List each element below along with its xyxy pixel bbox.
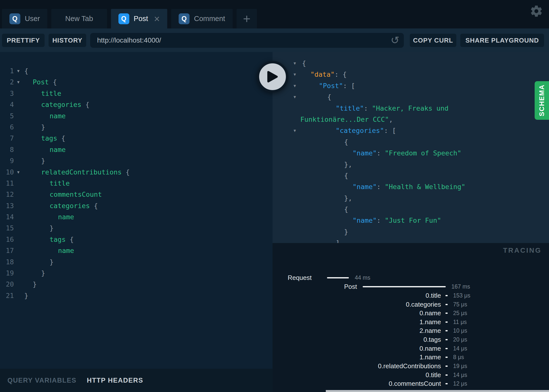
copy-curl-button[interactable]: COPY CURL xyxy=(410,34,456,47)
query-code: } xyxy=(23,290,273,301)
token-punct: : xyxy=(377,183,385,191)
fold-spacer xyxy=(14,155,23,166)
fold-spacer xyxy=(14,110,23,122)
query-code: title xyxy=(23,178,273,189)
response-line: { xyxy=(273,170,549,181)
query-code: tags { xyxy=(23,234,273,245)
response-line: "name": "Freedom of Speech" xyxy=(273,147,549,159)
settings-gear-icon[interactable] xyxy=(530,4,543,18)
line-number: 15 xyxy=(0,222,14,234)
line-number: 8 xyxy=(0,144,14,155)
token-field: categories xyxy=(41,101,82,108)
line-number: 9 xyxy=(0,155,14,166)
token-punct: ] xyxy=(336,239,340,243)
new-tab-button[interactable]: + xyxy=(237,9,257,28)
token-punct: : xyxy=(364,104,372,112)
fold-arrow-icon[interactable]: ▾ xyxy=(14,65,23,76)
token-brace: } xyxy=(33,280,37,288)
tab-comment[interactable]: QComment xyxy=(171,9,233,28)
token-key: "Post" xyxy=(319,82,343,90)
token-brace: } xyxy=(41,269,45,277)
response-code: "data": { xyxy=(273,69,549,80)
response-line: ▾"categories": [ xyxy=(273,125,549,136)
tab-new-tab[interactable]: New Tab xyxy=(51,9,107,28)
line-number: 17 xyxy=(0,245,14,256)
tracing-panel[interactable]: TRACING Request44 msPost167 ms0.title153… xyxy=(273,243,549,392)
token-brace: } xyxy=(50,224,54,232)
tracing-row: 0.name25 μs xyxy=(273,309,549,318)
token-brace: { xyxy=(57,134,65,142)
response-pane[interactable]: ▾{▾"data": {▾"Post": [▾{"title": "Hacker… xyxy=(273,52,549,243)
query-editor[interactable]: 1▾{2▾Post {3title4categories {5name6}7ta… xyxy=(0,52,273,369)
token-str: "Just For Fun" xyxy=(385,217,441,224)
graphql-playground-window: QUserNew TabQPost×QComment+ PRETTIFY HIS… xyxy=(0,0,549,392)
tracing-resolver-label: Request xyxy=(288,273,312,282)
response-code: { xyxy=(273,170,549,181)
response-code: { xyxy=(273,204,549,215)
fold-spacer xyxy=(14,133,23,144)
execute-query-button[interactable] xyxy=(257,61,288,93)
tracing-row: 0.name14 μs xyxy=(273,344,549,353)
fold-arrow-icon[interactable]: ▾ xyxy=(294,125,296,136)
query-code: name xyxy=(23,110,273,122)
response-line: ▾{ xyxy=(273,91,549,102)
tab-user[interactable]: QUser xyxy=(2,9,47,28)
token-punct: : { xyxy=(335,71,347,78)
tracing-duration-text: 11 μs xyxy=(453,318,467,326)
horizontal-scrollbar[interactable] xyxy=(326,390,549,392)
query-code: title xyxy=(23,88,273,99)
prettify-button[interactable]: PRETTIFY xyxy=(2,34,45,47)
tracing-resolver-label: 0.categories xyxy=(406,300,441,309)
tracing-row: 0.commentsCount12 μs xyxy=(273,379,549,388)
token-brace: } xyxy=(41,157,45,165)
token-field: Post xyxy=(33,78,49,86)
fold-arrow-icon[interactable]: ▾ xyxy=(294,91,296,102)
share-playground-button[interactable]: SHARE PLAYGROUND xyxy=(460,34,544,47)
response-line: ] xyxy=(273,237,549,243)
fold-spacer xyxy=(14,189,23,200)
tracing-title: TRACING xyxy=(503,246,542,254)
tracing-duration-text: 153 μs xyxy=(453,291,470,300)
query-variables-tab[interactable]: QUERY VARIABLES xyxy=(7,377,77,384)
query-code: { xyxy=(23,65,273,76)
tracing-row: 0.categories75 μs xyxy=(273,300,549,309)
tracing-duration-bar xyxy=(445,321,448,323)
query-code: } xyxy=(23,155,273,166)
line-number: 3 xyxy=(0,88,14,99)
endpoint-url-input[interactable] xyxy=(90,33,404,48)
response-code: { xyxy=(273,91,549,102)
fold-spacer xyxy=(14,256,23,268)
http-headers-tab[interactable]: HTTP HEADERS xyxy=(87,377,143,384)
line-number: 21 xyxy=(0,290,14,301)
token-field: name xyxy=(50,146,66,153)
token-key: "name" xyxy=(353,149,377,157)
fold-arrow-icon[interactable]: ▾ xyxy=(14,76,23,88)
line-number: 20 xyxy=(0,279,14,290)
close-tab-icon[interactable]: × xyxy=(154,14,160,24)
response-line: "name": "Health & Wellbeing" xyxy=(273,181,549,192)
fold-arrow-icon[interactable]: ▾ xyxy=(294,58,296,69)
token-brace: { xyxy=(122,168,130,176)
query-line: 11title xyxy=(0,178,273,189)
tab-post[interactable]: QPost× xyxy=(111,9,167,28)
fold-arrow-icon[interactable]: ▾ xyxy=(14,167,23,178)
token-str: "Health & Wellbeing" xyxy=(385,183,465,191)
tracing-resolver-label: 1.name xyxy=(419,318,441,326)
schema-tab[interactable]: SCHEMA xyxy=(535,81,549,120)
query-line: 8name xyxy=(0,144,273,155)
tracing-duration-bar xyxy=(445,366,448,367)
query-line: 13categories { xyxy=(0,200,273,211)
fold-arrow-icon[interactable]: ▾ xyxy=(294,69,296,80)
tracing-duration-bar xyxy=(327,277,349,278)
history-button[interactable]: HISTORY xyxy=(49,34,86,47)
toolbar: PRETTIFY HISTORY ↺ COPY CURL SHARE PLAYG… xyxy=(0,28,549,52)
line-number: 1 xyxy=(0,65,14,76)
token-punct: { xyxy=(344,138,348,146)
line-number: 6 xyxy=(0,122,14,133)
reload-schema-icon[interactable]: ↺ xyxy=(391,34,399,46)
token-field: relatedContributions xyxy=(41,168,122,176)
query-line: 20} xyxy=(0,279,273,290)
fold-spacer xyxy=(14,268,23,279)
fold-arrow-icon[interactable]: ▾ xyxy=(294,80,296,91)
token-field: categories xyxy=(50,202,90,210)
